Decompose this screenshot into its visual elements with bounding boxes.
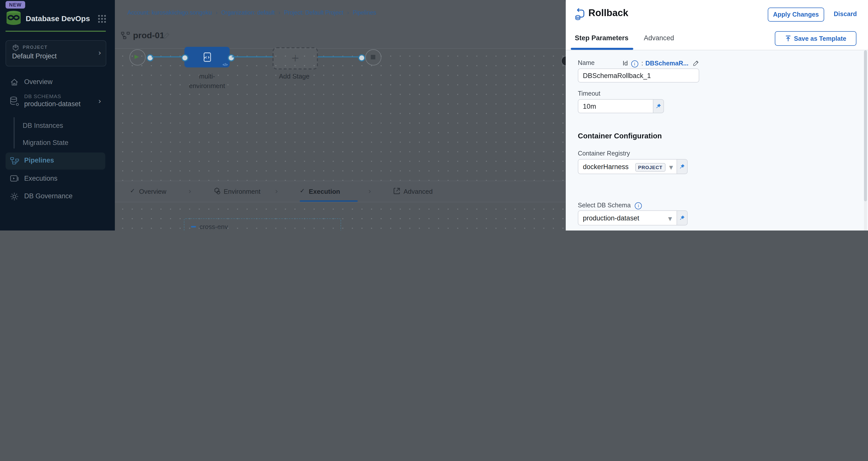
sidebar-item-overview[interactable]: Overview xyxy=(0,75,115,90)
apply-changes-button[interactable]: Apply Changes xyxy=(768,7,824,22)
breadcrumb-separator: › xyxy=(343,9,353,16)
panel-title: Rollback xyxy=(588,7,628,19)
sidebar-item-label: Migration State xyxy=(23,139,68,146)
stop-icon xyxy=(371,55,375,59)
subnav-rail xyxy=(13,117,14,149)
db-schema-group: production-dataset ▼ xyxy=(578,210,688,226)
breadcrumb: Account: kurosakiichigo.songoku›Organiza… xyxy=(127,7,376,17)
sidebar-item-db-instances[interactable]: DB Instances xyxy=(23,121,63,130)
play-icon: ▶ xyxy=(134,53,139,60)
info-icon[interactable]: i xyxy=(631,60,638,67)
db-schema-label: Select DB Schema xyxy=(578,202,631,209)
pipeline-graph-icon xyxy=(121,32,130,42)
step-group-cross-env[interactable]: cross-env xyxy=(184,219,341,230)
breadcrumb-bar: Account: kurosakiichigo.songoku›Organiza… xyxy=(115,0,566,24)
pin-icon[interactable] xyxy=(677,210,688,226)
chevron-right-icon: › xyxy=(275,187,278,196)
scope-badge: PROJECT xyxy=(635,163,665,172)
environment-icon xyxy=(213,187,221,197)
connector-ring xyxy=(181,54,188,61)
step-config-panel: Rollback Apply Changes Discard Step Para… xyxy=(566,0,868,230)
connector-ring xyxy=(228,54,235,61)
panel-scrollbar[interactable] xyxy=(864,50,867,230)
sidebar-item-db-schemas[interactable]: DB SCHEMAS production-dataset › xyxy=(0,93,115,111)
chevron-right-icon: › xyxy=(188,187,191,196)
name-input[interactable] xyxy=(578,68,699,83)
id-row: Id i : DBSchemaR... xyxy=(566,58,699,67)
id-colon: : xyxy=(641,60,643,67)
pipeline-start-node: ▶ xyxy=(129,49,146,65)
project-name: Default Project xyxy=(12,52,57,60)
container-registry-select[interactable]: dockerHarness PROJECT ▼ xyxy=(578,159,677,174)
chevron-right-icon: › xyxy=(98,97,101,106)
tab-overview[interactable]: Overview xyxy=(139,188,166,195)
pipeline-end-node xyxy=(365,49,381,65)
db-schema-label-row: Select DB Schema i xyxy=(578,200,642,209)
scrollbar-thumb[interactable] xyxy=(864,50,867,201)
check-icon: ✓ xyxy=(130,187,135,194)
active-tab-underline xyxy=(571,48,633,50)
sidebar: NEW Database DevOps xyxy=(0,0,115,230)
db-schemas-value: production-dataset xyxy=(24,100,81,108)
save-as-template-button[interactable]: Save as Template xyxy=(775,31,857,46)
container-registry-label: Container Registry xyxy=(578,150,630,157)
stage-tabs-bar: ✓ Overview › Environment › ✓ Execution ›… xyxy=(115,181,566,202)
tab-advanced[interactable]: Advanced xyxy=(644,34,674,42)
stage-connector xyxy=(152,56,184,57)
save-as-template-label: Save as Template xyxy=(794,35,846,42)
advanced-icon xyxy=(393,187,401,197)
graph-canvas[interactable] xyxy=(115,48,566,230)
id-label: Id xyxy=(623,60,628,67)
add-stage-button[interactable]: + xyxy=(273,47,318,69)
chevron-down-icon: ▼ xyxy=(669,165,673,170)
cube-icon xyxy=(12,44,19,53)
tab-environment[interactable]: Environment xyxy=(224,188,260,195)
id-value: DBSchemaR... xyxy=(645,60,688,67)
chevron-right-icon: › xyxy=(368,187,371,196)
tab-execution[interactable]: Execution xyxy=(309,188,340,195)
edit-pencil-icon[interactable] xyxy=(693,60,699,66)
collapse-group-icon[interactable] xyxy=(191,226,196,228)
gear-icon xyxy=(10,192,19,203)
info-icon[interactable]: i xyxy=(635,202,642,209)
home-icon xyxy=(10,78,19,89)
add-stage-label: Add Stage xyxy=(273,71,316,81)
yaml-snippet-icon: </> xyxy=(223,63,228,66)
pin-icon[interactable] xyxy=(677,159,688,174)
discard-button[interactable]: Discard xyxy=(834,10,857,18)
pipelines-icon xyxy=(10,157,19,167)
database-devops-logo-icon[interactable] xyxy=(5,10,22,25)
tab-advanced[interactable]: Advanced xyxy=(404,188,433,195)
sidebar-item-migration-state[interactable]: Migration State xyxy=(23,138,68,147)
breadcrumb-project[interactable]: Project: Default Project xyxy=(284,9,343,15)
app-root: NEW Database DevOps xyxy=(0,0,868,230)
plus-icon: + xyxy=(291,52,300,64)
stage-connector xyxy=(232,56,273,57)
breadcrumb-pipelines[interactable]: Pipelines xyxy=(353,9,376,15)
breadcrumb-organization[interactable]: Organization: default xyxy=(221,9,275,15)
db-schema-select[interactable]: production-dataset ▼ xyxy=(578,210,677,226)
pin-icon[interactable] xyxy=(653,99,664,113)
connector-ring xyxy=(147,54,154,61)
stage-node-multi-environment[interactable]: </> xyxy=(184,47,230,67)
check-icon: ✓ xyxy=(300,187,305,194)
breadcrumb-separator: › xyxy=(275,9,284,16)
edit-pencil-icon[interactable] xyxy=(163,32,170,41)
timeout-input[interactable] xyxy=(578,99,653,113)
breadcrumb-account[interactable]: Account: kurosakiichigo.songoku xyxy=(127,9,212,15)
tab-step-parameters[interactable]: Step Parameters xyxy=(575,34,628,42)
sidebar-item-label: Pipelines xyxy=(24,157,54,164)
executions-icon xyxy=(10,175,19,185)
container-registry-value: dockerHarness xyxy=(583,163,629,170)
sidebar-item-pipelines[interactable]: Pipelines xyxy=(5,153,105,170)
rollback-icon xyxy=(574,8,585,22)
project-label: PROJECT xyxy=(23,45,48,50)
db-schema-icon xyxy=(9,96,20,109)
sidebar-item-executions[interactable]: Executions xyxy=(0,172,115,186)
sidebar-item-db-governance[interactable]: DB Governance xyxy=(0,190,115,204)
group-label: cross-env xyxy=(199,223,228,230)
project-selector[interactable]: PROJECT Default Project › xyxy=(5,40,106,66)
timeout-group xyxy=(578,99,664,113)
app-grid-icon[interactable] xyxy=(98,14,106,25)
brand-divider xyxy=(5,31,106,32)
